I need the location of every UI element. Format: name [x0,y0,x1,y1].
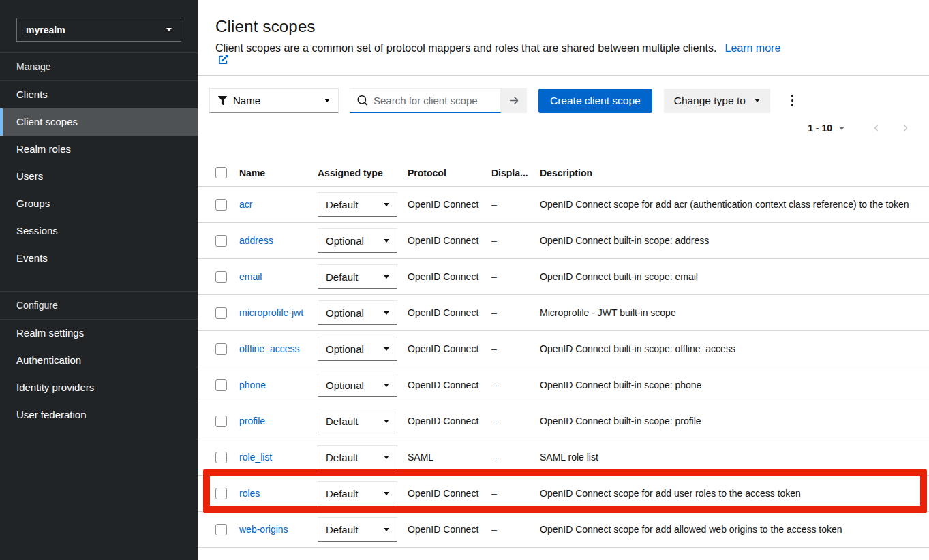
client-scope-link[interactable]: roles [239,488,260,499]
assigned-type-select[interactable]: Optional [318,228,397,253]
select-all-checkbox[interactable] [215,167,227,178]
protocol-cell: OpenID Connect [408,343,491,354]
sidebar-item[interactable]: Clients [0,81,198,108]
nav-section-configure: Configure Realm settings Authentication … [0,291,198,429]
client-scope-link[interactable]: phone [239,379,266,390]
client-scope-link[interactable]: address [239,235,273,246]
chevron-down-icon [384,203,389,206]
display-order-cell: – [491,199,540,210]
pagination-next-button[interactable] [898,120,913,136]
row-checkbox[interactable] [215,307,227,319]
chevron-down-icon [384,239,389,243]
search-input[interactable] [374,95,495,106]
row-checkbox[interactable] [215,343,227,355]
display-order-cell: – [491,343,540,354]
row-checkbox[interactable] [215,416,227,427]
filter-type-dropdown[interactable]: Name [209,88,339,113]
display-order-cell: – [491,235,540,246]
create-client-scope-button[interactable]: Create client scope [538,89,652,113]
row-checkbox[interactable] [215,488,227,499]
nav-section-manage: Manage Clients Client scopes Realm roles… [0,52,198,272]
display-order-cell: – [491,488,540,499]
assigned-type-select[interactable]: Default [318,517,397,542]
sidebar-item[interactable]: Client scopes [0,108,198,136]
description-cell: SAML role list [540,452,929,463]
chevron-down-icon [384,420,389,423]
sidebar-item[interactable]: Events [0,245,198,272]
protocol-cell: OpenID Connect [408,416,491,426]
assigned-type-select[interactable]: Default [318,264,397,289]
pagination-prev-button[interactable] [869,120,883,136]
arrow-right-icon [508,95,520,106]
nav-list-manage: Clients Client scopes Realm roles Users … [0,81,198,272]
nav-section-title-configure: Configure [0,291,198,320]
change-type-dropdown[interactable]: Change type to [664,89,770,113]
chevron-down-icon [839,127,844,130]
description-cell: OpenID Connect built-in scope: phone [540,379,929,390]
sidebar-item[interactable]: Authentication [0,347,198,374]
assigned-type-select[interactable]: Default [318,445,397,469]
assigned-type-value: Optional [326,307,364,319]
sidebar-item[interactable]: Sessions [0,217,198,245]
sidebar-item[interactable]: Groups [0,190,198,217]
assigned-type-select[interactable]: Default [318,409,397,433]
row-checkbox[interactable] [215,199,227,211]
display-order-cell: – [491,524,540,535]
table-row: role_list Default SAML – SAML role list [198,439,929,476]
row-checkbox[interactable] [215,235,227,247]
description-cell: OpenID Connect built-in scope: email [540,271,929,282]
client-scope-link[interactable]: acr [239,199,252,210]
row-checkbox[interactable] [215,452,227,463]
assigned-type-select[interactable]: Optional [318,300,397,325]
assigned-type-select[interactable]: Default [318,481,397,505]
client-scope-link[interactable]: profile [239,416,265,426]
chevron-left-icon [872,123,881,134]
column-header-name: Name [239,168,318,178]
row-checkbox[interactable] [215,379,227,391]
search-submit-button[interactable] [501,88,527,113]
sidebar-item-label: Realm settings [16,327,84,339]
assigned-type-select[interactable]: Optional [318,373,397,397]
column-header-assigned-type: Assigned type [318,168,408,178]
sidebar-item[interactable]: User federation [0,401,198,429]
client-scope-link[interactable]: microprofile-jwt [239,307,303,318]
sidebar-item[interactable]: Identity providers [0,374,198,401]
assigned-type-select[interactable]: Default [318,192,397,217]
display-order-cell: – [491,379,540,390]
chevron-down-icon [324,99,330,102]
client-scope-link[interactable]: offline_access [239,343,299,354]
protocol-cell: OpenID Connect [408,524,491,535]
protocol-cell: OpenID Connect [408,235,491,246]
row-checkbox[interactable] [215,524,227,535]
table-row: phone Optional OpenID Connect – OpenID C… [198,367,929,403]
description-cell: OpenID Connect scope for add acr (authen… [540,199,929,210]
chevron-down-icon [384,275,389,279]
sidebar-item-label: Users [16,170,43,182]
protocol-cell: SAML [408,452,491,463]
column-header-display-order: Displa... [491,168,540,178]
sidebar: myrealm Manage Clients Client scopes Rea… [0,0,198,560]
chevron-down-icon [384,347,389,351]
nav-section-title-manage: Manage [0,52,198,81]
client-scope-link[interactable]: web-origins [239,524,288,535]
row-checkbox[interactable] [215,271,227,283]
sidebar-item[interactable]: Realm settings [0,320,198,347]
client-scope-link[interactable]: email [239,271,262,282]
sidebar-item[interactable]: Realm roles [0,136,198,163]
client-scope-link[interactable]: role_list [239,452,272,463]
sidebar-item-label: Realm roles [16,143,71,155]
table-body: acr Default OpenID Connect – OpenID Conn… [198,187,929,548]
filter-type-label: Name [233,95,324,106]
table-header-row: Name Assigned type Protocol Displa... De… [198,159,929,187]
kebab-menu-button[interactable] [787,91,798,110]
nav-list-configure: Realm settings Authentication Identity p… [0,320,198,429]
table-row: offline_access Optional OpenID Connect –… [198,331,929,367]
assigned-type-select[interactable]: Optional [318,337,397,361]
pagination-range-dropdown[interactable]: 1 - 10 [808,123,844,134]
chevron-right-icon [901,123,910,134]
sidebar-item[interactable]: Users [0,163,198,190]
protocol-cell: OpenID Connect [408,199,491,210]
realm-selector[interactable]: myrealm [16,18,181,42]
sidebar-item-label: Groups [16,198,50,209]
table-row: profile Default OpenID Connect – OpenID … [198,403,929,439]
